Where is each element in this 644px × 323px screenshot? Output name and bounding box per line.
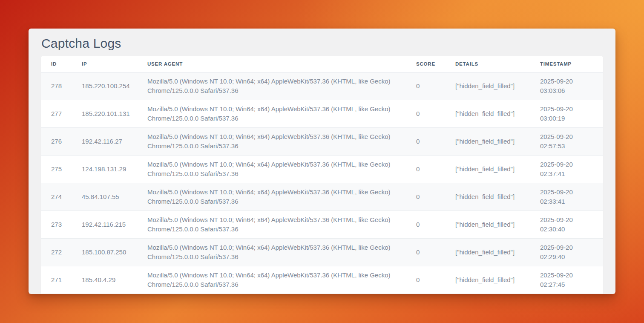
table-row: 272 185.100.87.250 Mozilla/5.0 (Windows … <box>41 238 603 266</box>
cell-ip: 185.220.101.131 <box>72 100 137 127</box>
cell-timestamp: 2025-09-20 02:37:41 <box>530 155 603 183</box>
cell-user-agent: Mozilla/5.0 (Windows NT 10.0; Win64; x64… <box>137 183 406 211</box>
cell-user-agent: Mozilla/5.0 (Windows NT 10.0; Win64; x64… <box>137 127 406 155</box>
column-header-score: SCORE <box>406 56 445 72</box>
cell-id: 276 <box>41 127 72 155</box>
cell-score: 0 <box>406 183 445 211</box>
cell-score: 0 <box>406 72 445 100</box>
cell-timestamp: 2025-09-20 02:30:40 <box>530 211 603 238</box>
cell-ip: 124.198.131.29 <box>72 155 137 183</box>
cell-id: 271 <box>41 266 72 294</box>
page-background: { "page": { "title": "Captcha Logs" }, "… <box>0 0 644 323</box>
column-header-id: ID <box>41 56 72 72</box>
cell-score: 0 <box>406 211 445 238</box>
table-row: 271 185.40.4.29 Mozilla/5.0 (Windows NT … <box>41 266 603 294</box>
logs-table-container: ID IP USER AGENT SCORE DETAILS TIMESTAMP… <box>41 56 603 294</box>
cell-score: 0 <box>406 100 445 127</box>
cell-id: 273 <box>41 211 72 238</box>
cell-timestamp: 2025-09-20 02:33:41 <box>530 183 603 211</box>
cell-timestamp: 2025-09-20 02:57:53 <box>530 127 603 155</box>
cell-user-agent: Mozilla/5.0 (Windows NT 10.0; Win64; x64… <box>137 155 406 183</box>
page-title: Captcha Logs <box>29 29 615 56</box>
column-header-timestamp: TIMESTAMP <box>530 56 603 72</box>
table-row: 276 192.42.116.27 Mozilla/5.0 (Windows N… <box>41 127 603 155</box>
cell-score: 0 <box>406 155 445 183</box>
cell-timestamp: 2025-09-20 03:00:19 <box>530 100 603 127</box>
cell-ip: 185.40.4.29 <box>72 266 137 294</box>
captcha-logs-card: Captcha Logs ID IP USER AGENT SCORE DETA… <box>29 29 615 294</box>
logs-table: ID IP USER AGENT SCORE DETAILS TIMESTAMP… <box>41 56 603 294</box>
table-body: 278 185.220.100.254 Mozilla/5.0 (Windows… <box>41 72 603 294</box>
table-row: 274 45.84.107.55 Mozilla/5.0 (Windows NT… <box>41 183 603 211</box>
cell-score: 0 <box>406 127 445 155</box>
cell-user-agent: Mozilla/5.0 (Windows NT 10.0; Win64; x64… <box>137 72 406 100</box>
cell-user-agent: Mozilla/5.0 (Windows NT 10.0; Win64; x64… <box>137 100 406 127</box>
table-row: 273 192.42.116.215 Mozilla/5.0 (Windows … <box>41 211 603 238</box>
cell-details: ["hidden_field_filled"] <box>445 127 530 155</box>
table-row: 278 185.220.100.254 Mozilla/5.0 (Windows… <box>41 72 603 100</box>
cell-details: ["hidden_field_filled"] <box>445 183 530 211</box>
table-row: 277 185.220.101.131 Mozilla/5.0 (Windows… <box>41 100 603 127</box>
cell-details: ["hidden_field_filled"] <box>445 238 530 266</box>
table-header-row: ID IP USER AGENT SCORE DETAILS TIMESTAMP <box>41 56 603 72</box>
cell-details: ["hidden_field_filled"] <box>445 155 530 183</box>
cell-timestamp: 2025-09-20 02:27:45 <box>530 266 603 294</box>
table-row: 275 124.198.131.29 Mozilla/5.0 (Windows … <box>41 155 603 183</box>
cell-score: 0 <box>406 238 445 266</box>
cell-ip: 185.100.87.250 <box>72 238 137 266</box>
cell-details: ["hidden_field_filled"] <box>445 266 530 294</box>
cell-timestamp: 2025-09-20 02:29:40 <box>530 238 603 266</box>
cell-id: 275 <box>41 155 72 183</box>
cell-details: ["hidden_field_filled"] <box>445 211 530 238</box>
cell-id: 278 <box>41 72 72 100</box>
cell-ip: 185.220.100.254 <box>72 72 137 100</box>
cell-user-agent: Mozilla/5.0 (Windows NT 10.0; Win64; x64… <box>137 266 406 294</box>
cell-score: 0 <box>406 266 445 294</box>
column-header-ip: IP <box>72 56 137 72</box>
table-header: ID IP USER AGENT SCORE DETAILS TIMESTAMP <box>41 56 603 72</box>
cell-ip: 192.42.116.27 <box>72 127 137 155</box>
cell-ip: 45.84.107.55 <box>72 183 137 211</box>
cell-user-agent: Mozilla/5.0 (Windows NT 10.0; Win64; x64… <box>137 238 406 266</box>
cell-ip: 192.42.116.215 <box>72 211 137 238</box>
cell-id: 277 <box>41 100 72 127</box>
cell-details: ["hidden_field_filled"] <box>445 72 530 100</box>
cell-id: 272 <box>41 238 72 266</box>
cell-user-agent: Mozilla/5.0 (Windows NT 10.0; Win64; x64… <box>137 211 406 238</box>
column-header-user-agent: USER AGENT <box>137 56 406 72</box>
column-header-details: DETAILS <box>445 56 530 72</box>
cell-timestamp: 2025-09-20 03:03:06 <box>530 72 603 100</box>
cell-id: 274 <box>41 183 72 211</box>
cell-details: ["hidden_field_filled"] <box>445 100 530 127</box>
